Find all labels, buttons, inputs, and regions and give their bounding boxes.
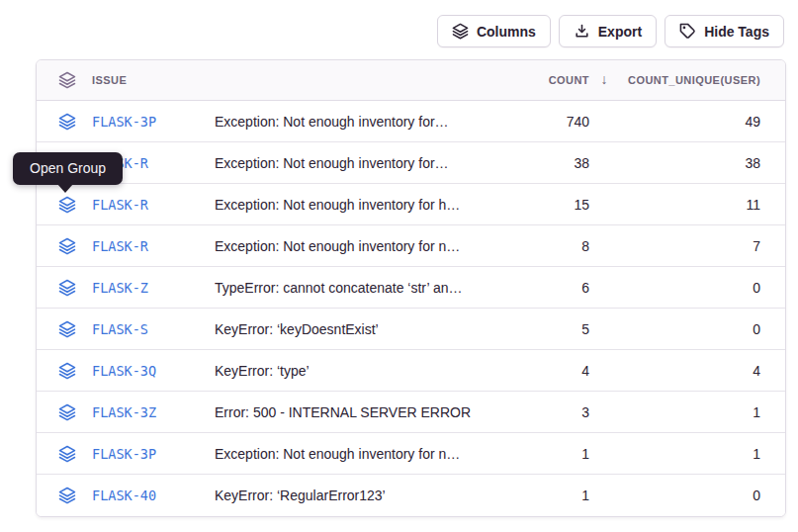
layers-icon <box>452 23 469 40</box>
issue-link[interactable]: FLASK-3Z <box>92 404 156 420</box>
toolbar: Columns Export Hide Tags <box>437 15 784 47</box>
issue-cell: FLASK-3P <box>37 113 215 131</box>
issue-title: Exception: Not enough inventory for n… <box>215 238 490 254</box>
layers-icon[interactable] <box>58 403 76 421</box>
count-value: 1 <box>490 488 589 503</box>
open-group-tooltip-label: Open Group <box>30 160 106 176</box>
column-header-count[interactable]: COUNT↓ <box>490 74 589 86</box>
layers-icon[interactable] <box>58 362 76 380</box>
issue-cell: FLASK-3Z <box>37 403 215 421</box>
count-unique-value: 0 <box>589 280 760 296</box>
issue-link[interactable]: FLASK-Z <box>92 280 148 296</box>
table-row: FLASK-3Z Error: 500 - INTERNAL SERVER ER… <box>37 392 785 433</box>
issue-link[interactable]: FLASK-3P <box>92 446 156 462</box>
count-value: 15 <box>490 197 589 213</box>
count-value: 3 <box>490 404 589 420</box>
sort-desc-icon: ↓ <box>601 71 608 87</box>
layers-icon[interactable] <box>58 237 76 255</box>
table-row: FLASK-S KeyError: ‘keyDoesntExist’ 5 0 <box>37 309 785 350</box>
issue-link[interactable]: FLASK-3Q <box>92 363 156 379</box>
table-header: ISSUE COUNT↓ COUNT_UNIQUE(USER) <box>37 60 785 101</box>
issue-title: Error: 500 - INTERNAL SERVER ERROR <box>215 404 490 420</box>
issue-link[interactable]: FLASK-R <box>92 238 148 254</box>
issue-cell: FLASK-S <box>37 320 215 338</box>
count-unique-value: 4 <box>589 363 760 379</box>
download-icon <box>574 23 590 40</box>
issue-cell: FLASK-3P <box>37 445 215 463</box>
count-unique-value: 11 <box>589 197 760 213</box>
count-unique-value: 7 <box>589 238 760 254</box>
issue-title: Exception: Not enough inventory for… <box>215 155 490 171</box>
issue-link[interactable]: FLASK-40 <box>92 488 156 503</box>
export-button[interactable]: Export <box>559 15 657 47</box>
count-value: 1 <box>490 446 589 462</box>
layers-icon[interactable] <box>58 279 76 297</box>
issue-cell: FLASK-R <box>37 237 215 255</box>
column-header-issue[interactable]: ISSUE <box>37 71 215 89</box>
layers-icon[interactable] <box>58 320 76 338</box>
count-value: 4 <box>490 363 589 379</box>
issue-title: KeyError: ‘RegularError123’ <box>215 488 490 503</box>
issue-title: TypeError: cannot concatenate ‘str’ an… <box>215 280 490 296</box>
columns-button-label: Columns <box>477 24 536 40</box>
table-row: FLASK-Z TypeError: cannot concatenate ‘s… <box>37 267 785 309</box>
issue-cell: FLASK-R <box>37 196 215 214</box>
count-value: 8 <box>490 238 589 254</box>
layers-icon[interactable] <box>58 487 76 504</box>
table-row: FLASK-R Exception: Not enough inventory … <box>37 225 785 267</box>
issue-title: Exception: Not enough inventory for h… <box>215 197 490 213</box>
issue-title: KeyError: ‘keyDoesntExist’ <box>215 321 490 337</box>
column-header-count-unique[interactable]: COUNT_UNIQUE(USER) <box>589 74 760 86</box>
count-value: 5 <box>490 321 589 337</box>
open-group-tooltip: Open Group <box>13 152 123 185</box>
table-row: FLASK-3P Exception: Not enough inventory… <box>37 433 785 475</box>
issue-title: Exception: Not enough inventory for n… <box>215 446 490 462</box>
count-value: 38 <box>490 155 589 171</box>
issue-link[interactable]: FLASK-3P <box>92 114 156 130</box>
issue-title: Exception: Not enough inventory for… <box>215 114 490 130</box>
count-unique-value: 38 <box>589 155 760 171</box>
table-body: FLASK-3P Exception: Not enough inventory… <box>37 101 785 516</box>
hide-tags-button-label: Hide Tags <box>704 24 769 40</box>
count-value: 740 <box>490 114 589 130</box>
column-header-issue-label: ISSUE <box>92 74 127 86</box>
issue-cell: FLASK-3Q <box>37 362 215 380</box>
table-row: FLASK-40 KeyError: ‘RegularError123’ 1 0 <box>37 475 785 516</box>
hide-tags-button[interactable]: Hide Tags <box>665 15 784 47</box>
issues-table: ISSUE COUNT↓ COUNT_UNIQUE(USER) FLAS <box>36 59 786 517</box>
issue-link[interactable]: FLASK-R <box>92 197 148 213</box>
export-button-label: Export <box>598 24 642 40</box>
layers-icon[interactable] <box>58 113 76 131</box>
layers-icon[interactable] <box>58 196 76 214</box>
tag-icon <box>679 23 696 40</box>
issue-title: KeyError: ‘type’ <box>215 363 490 379</box>
count-unique-value: 1 <box>589 404 760 420</box>
layers-icon <box>58 71 76 89</box>
count-unique-value: 49 <box>589 114 760 130</box>
table-row: FLASK-3P Exception: Not enough inventory… <box>37 101 785 142</box>
count-value: 6 <box>490 280 589 296</box>
count-unique-value: 0 <box>589 488 760 503</box>
tooltip-caret <box>57 184 73 193</box>
columns-button[interactable]: Columns <box>437 15 551 47</box>
layers-icon[interactable] <box>58 445 76 463</box>
issue-cell: FLASK-40 <box>37 487 215 504</box>
count-unique-value: 1 <box>589 446 760 462</box>
table-row: FLASK-R Exception: Not enough inventory … <box>37 184 785 225</box>
count-unique-value: 0 <box>589 321 760 337</box>
column-header-count-label: COUNT <box>549 74 589 86</box>
table-row: FLASK-R Exception: Not enough inventory … <box>37 142 785 184</box>
table-row: FLASK-3Q KeyError: ‘type’ 4 4 <box>37 350 785 392</box>
issue-cell: FLASK-Z <box>37 279 215 297</box>
issue-link[interactable]: FLASK-S <box>92 321 148 337</box>
